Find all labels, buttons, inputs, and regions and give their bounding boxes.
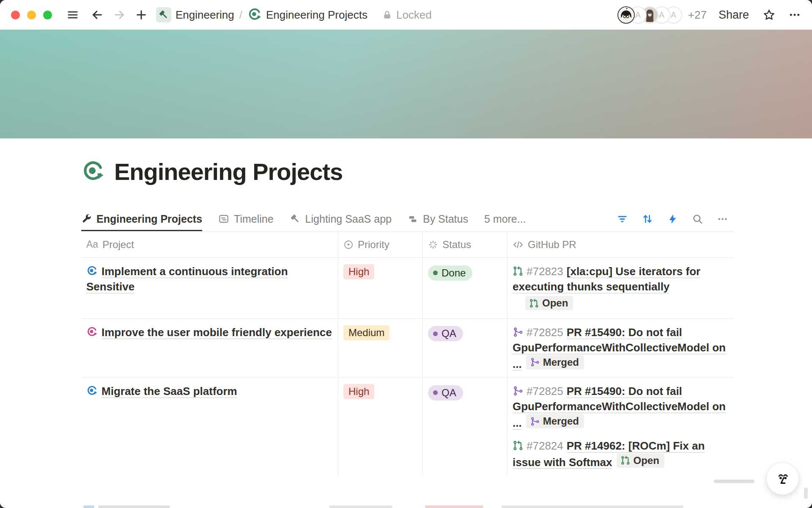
status-dot [433, 331, 438, 336]
column-header-priority[interactable]: Priority [338, 232, 423, 258]
cell-status[interactable]: Done [423, 258, 508, 319]
project-link[interactable]: Implement a continuous integration Sensi… [86, 265, 288, 293]
sidebar-menu-icon[interactable] [66, 8, 79, 21]
project-link[interactable]: Migrate the SaaS platform [102, 385, 237, 398]
status-pill: QA [428, 385, 463, 400]
close-window-button[interactable] [11, 11, 20, 19]
priority-tag: Medium [343, 325, 390, 340]
hammer-icon [156, 7, 171, 22]
cell-project[interactable]: Migrate the SaaS platform [81, 378, 338, 475]
table-row: Improve the user mobile friendly experie… [81, 319, 734, 378]
cell-github-pr[interactable]: #72823[xla:cpu] Use iterators for execut… [508, 258, 734, 319]
share-button[interactable]: Share [719, 8, 749, 22]
cell-project[interactable]: Improve the user mobile friendly experie… [81, 319, 338, 378]
page-cycle-icon[interactable] [81, 160, 105, 184]
cell-priority[interactable]: High [338, 378, 423, 475]
cell-github-pr[interactable]: #72825PR #15490: Do not fail GpuPerforma… [508, 378, 734, 475]
priority-tag: High [343, 264, 374, 279]
forward-icon[interactable] [113, 8, 126, 21]
column-label: Project [102, 239, 134, 251]
breadcrumb-parent[interactable]: Engineering [156, 7, 234, 22]
pr-number: #72823 [527, 265, 563, 278]
pr-state-label: Merged [543, 415, 579, 428]
zoom-window-button[interactable] [43, 11, 52, 19]
avatar[interactable] [617, 6, 635, 24]
more-views-button[interactable]: 5 more... [484, 213, 526, 225]
timeline-icon [218, 213, 229, 224]
ai-face-icon [774, 469, 792, 488]
column-header-status[interactable]: Status [423, 232, 508, 258]
status-label: Done [442, 267, 466, 279]
cell-priority[interactable]: High [338, 258, 423, 319]
horizontal-scrollbar[interactable] [714, 480, 754, 483]
tab-label: Engineering Projects [96, 213, 202, 225]
sort-icon[interactable] [642, 213, 653, 225]
cell-github-pr[interactable]: #72825PR #15490: Do not fail GpuPerforma… [508, 319, 734, 378]
page-header: Engineering Projects [81, 158, 734, 185]
filter-icon[interactable] [617, 213, 628, 225]
breadcrumb-current-label: Engineering Projects [266, 8, 368, 22]
favorite-star-icon[interactable] [763, 8, 776, 22]
column-header-project[interactable]: Aa Project [81, 232, 338, 258]
cycle-icon [86, 265, 98, 277]
page-title[interactable]: Engineering Projects [114, 158, 343, 185]
app-window: Engineering / Engineering Projects Locke… [0, 0, 812, 508]
notion-ai-button[interactable] [766, 462, 799, 495]
tab-timeline[interactable]: Timeline [218, 207, 274, 231]
page-body: Engineering Projects Engineering Project… [81, 138, 734, 475]
pr-open-icon [529, 298, 539, 308]
cell-priority[interactable]: Medium [338, 319, 423, 378]
pr-open-icon [513, 265, 523, 276]
cell-project[interactable]: Implement a continuous integration Sensi… [81, 258, 338, 319]
partial-row-fragment [329, 505, 392, 508]
pr-number: #72824 [527, 439, 563, 452]
traffic-lights [11, 11, 52, 19]
pr-state-label: Open [634, 454, 659, 467]
view-options-icon[interactable] [717, 213, 728, 225]
more-options-icon[interactable] [788, 8, 801, 21]
pr-merged-icon [530, 357, 540, 367]
select-type-icon [343, 240, 354, 250]
avatar-letter: A [635, 10, 641, 20]
search-icon[interactable] [692, 213, 703, 225]
cycle-icon [86, 326, 98, 338]
cycle-icon [86, 385, 98, 397]
partial-row-fragment [502, 505, 683, 508]
pr-number: #72825 [527, 326, 563, 339]
status-dot [433, 271, 438, 275]
toolbar-right: A A A +27 Share [617, 6, 801, 24]
vertical-scrollbar[interactable] [804, 488, 808, 499]
breadcrumb-current[interactable]: Engineering Projects [247, 8, 368, 22]
more-collaborators-count[interactable]: +27 [688, 8, 707, 22]
back-icon[interactable] [91, 8, 104, 21]
cell-status[interactable]: QA [423, 378, 508, 475]
minimize-window-button[interactable] [27, 11, 36, 19]
wrench-icon [81, 214, 92, 224]
pr-entry: #72824PR #14962: [ROCm] Fix an issue wit… [513, 438, 729, 470]
new-page-icon[interactable] [135, 8, 148, 21]
tab-by-status[interactable]: By Status [408, 207, 468, 231]
tab-lighting-saas-app[interactable]: Lighting SaaS app [290, 207, 392, 231]
pr-state-badge: Open [525, 296, 573, 310]
tab-engineering-projects[interactable]: Engineering Projects [81, 207, 202, 231]
board-icon [408, 214, 418, 224]
page-cover-image[interactable] [0, 30, 812, 138]
pr-number: #72825 [527, 385, 563, 398]
status-label: QA [442, 387, 456, 399]
locked-toggle[interactable]: Locked [382, 8, 432, 22]
bottom-mask [0, 491, 812, 505]
column-label: Priority [358, 239, 390, 251]
breadcrumb: Engineering / Engineering Projects [156, 7, 368, 22]
column-header-github-pr[interactable]: GitHub PR [508, 232, 734, 258]
view-tabs: Engineering Projects Timeline Lighting S… [81, 207, 734, 232]
window-toolbar: Engineering / Engineering Projects Locke… [0, 0, 812, 30]
status-type-icon [428, 240, 438, 250]
avatar-stack: A A A [617, 6, 682, 24]
table-row: Implement a continuous integration Sensi… [81, 258, 734, 319]
automation-bolt-icon[interactable] [667, 213, 678, 225]
project-link[interactable]: Improve the user mobile friendly experie… [102, 326, 332, 339]
cell-status[interactable]: QA [423, 319, 508, 378]
avatar-letter: A [659, 10, 664, 20]
hammer-icon [290, 213, 301, 224]
pr-merged-icon [513, 326, 523, 337]
